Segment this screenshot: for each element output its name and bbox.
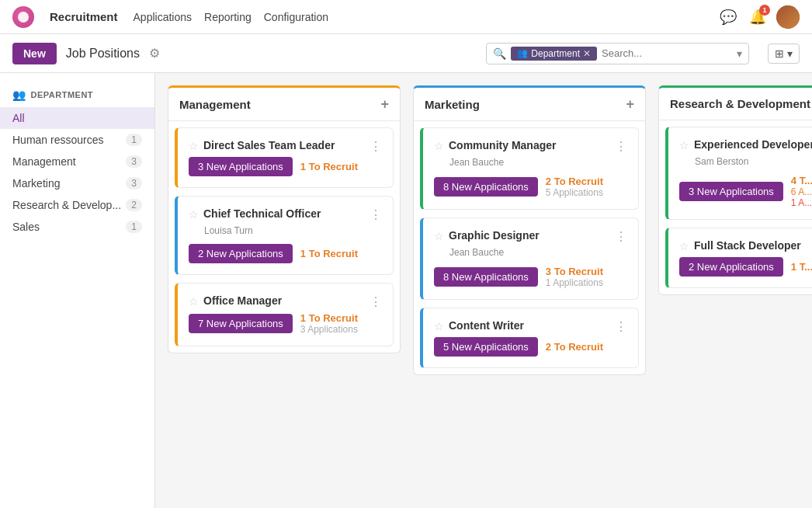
notif-badge: 1	[759, 5, 770, 16]
star-icon-office-manager[interactable]: ☆	[189, 295, 199, 308]
department-icon: 👥	[12, 89, 26, 101]
kanban-col-rd: Research & Development ☆ Experienced Dev…	[658, 85, 812, 295]
new-button[interactable]: New	[12, 43, 57, 64]
topnav: Recruitment Applications Reporting Confi…	[0, 0, 812, 34]
job-title-community-manager: Community Manager	[449, 139, 610, 151]
job-title-office-manager: Office Manager	[203, 294, 365, 307]
job-subtitle-experienced-developer: Sam Berston	[679, 156, 812, 167]
job-menu-direct-sales[interactable]: ⋮	[370, 139, 382, 154]
sidebar-item-marketing[interactable]: Marketing 3	[0, 172, 154, 194]
new-apps-btn-experienced-developer[interactable]: 3 New Applications	[679, 182, 783, 201]
star-icon-cto[interactable]: ☆	[189, 208, 199, 221]
col-add-marketing[interactable]: +	[626, 97, 634, 111]
search-dropdown-icon[interactable]: ▾	[737, 47, 742, 60]
card-graphic-designer: ☆ Graphic Designer ⋮ Jean Bauche 8 New A…	[420, 217, 639, 300]
main-layout: 👥 DEPARTMENT All Human ressources 1 Mana…	[0, 73, 812, 508]
star-icon-direct-sales[interactable]: ☆	[189, 140, 199, 152]
col-title-rd: Research & Development	[670, 97, 812, 110]
job-menu-community-manager[interactable]: ⋮	[615, 139, 627, 154]
view-toggle[interactable]: ⊞ ▾	[768, 43, 800, 64]
card-footer-office-manager: 7 New Applications 1 To Recruit 3 Applic…	[189, 312, 382, 335]
nav-applications[interactable]: Applications	[134, 8, 193, 26]
settings-icon[interactable]: ⚙	[149, 46, 160, 61]
nav-configuration[interactable]: Configuration	[264, 8, 328, 26]
job-menu-graphic-designer[interactable]: ⋮	[615, 229, 627, 244]
card-content-writer: ☆ Content Writer ⋮ 5 New Applications 2 …	[420, 308, 639, 368]
col-header-marketing: Marketing +	[414, 88, 645, 121]
notifications-icon[interactable]: 🔔 1	[747, 6, 769, 28]
col-header-rd: Research & Development	[659, 88, 812, 120]
app-logo[interactable]	[12, 6, 34, 28]
dept-filter-close[interactable]: ✕	[583, 48, 591, 59]
star-icon-content-writer[interactable]: ☆	[434, 320, 444, 332]
chat-icon[interactable]: 💬	[717, 6, 739, 28]
job-title-experienced-developer: Experienced Developer	[694, 138, 812, 151]
sidebar: 👥 DEPARTMENT All Human ressources 1 Mana…	[0, 73, 155, 508]
new-apps-btn-graphic-designer[interactable]: 8 New Applications	[434, 267, 538, 287]
star-icon-community-manager[interactable]: ☆	[434, 140, 444, 152]
new-apps-btn-office-manager[interactable]: 7 New Applications	[189, 314, 293, 333]
card-office-manager: ☆ Office Manager ⋮ 7 New Applications 1 …	[175, 283, 394, 346]
recruit-info-community-manager: 2 To Recruit 5 Applications	[546, 176, 603, 198]
search-input[interactable]	[602, 47, 732, 59]
star-icon-graphic-designer[interactable]: ☆	[434, 230, 444, 242]
job-subtitle-cto: Louisa Turn	[189, 225, 382, 236]
card-cto: ☆ Chief Technical Officer ⋮ Louisa Turn …	[175, 196, 394, 275]
sidebar-section-title: 👥 DEPARTMENT	[0, 82, 154, 107]
kanban-col-marketing: Marketing + ☆ Community Manager ⋮ Jean B…	[413, 85, 646, 375]
new-apps-btn-full-stack-developer[interactable]: 2 New Applications	[679, 257, 783, 277]
col-title-marketing: Marketing	[425, 98, 626, 111]
new-apps-btn-direct-sales[interactable]: 3 New Applications	[189, 157, 293, 176]
sidebar-item-human-resources[interactable]: Human ressources 1	[0, 129, 154, 151]
col-title-management: Management	[179, 98, 380, 111]
job-subtitle-graphic-designer: Jean Bauche	[434, 247, 627, 258]
card-footer-direct-sales: 3 New Applications 1 To Recruit	[189, 157, 382, 176]
recruit-info-full-stack-developer: 1 T...	[791, 261, 812, 273]
kanban-board: Management + ☆ Direct Sales Team Leader …	[155, 73, 812, 508]
card-footer-community-manager: 8 New Applications 2 To Recruit 5 Applic…	[434, 176, 627, 198]
sidebar-item-management[interactable]: Management 3	[0, 151, 154, 172]
card-footer-cto: 2 New Applications 1 To Recruit	[189, 244, 382, 263]
recruit-info-experienced-developer: 4 T... 6 A... 1 A...	[791, 175, 812, 208]
card-footer-graphic-designer: 8 New Applications 3 To Recruit 1 Applic…	[434, 266, 627, 288]
job-menu-office-manager[interactable]: ⋮	[370, 294, 382, 309]
user-avatar[interactable]	[776, 5, 800, 29]
card-header-full-stack-developer: ☆ Full Stack Developer ⋮	[679, 239, 812, 254]
star-icon-full-stack-developer[interactable]: ☆	[679, 240, 689, 252]
col-add-management[interactable]: +	[380, 97, 389, 111]
card-header-content-writer: ☆ Content Writer ⋮	[434, 319, 627, 334]
subheader: New Job Positions ⚙ 🔍 👥 Department ✕ ▾ ⊞…	[0, 34, 812, 73]
sidebar-item-sales[interactable]: Sales 1	[0, 216, 154, 238]
dept-filter-icon: 👥	[517, 48, 528, 58]
topnav-right: 💬 🔔 1	[717, 5, 800, 29]
search-icon: 🔍	[493, 47, 506, 60]
star-icon-experienced-developer[interactable]: ☆	[679, 139, 689, 151]
card-experienced-developer: ☆ Experienced Developer ⋮ Sam Berston 3 …	[665, 127, 812, 220]
card-footer-full-stack-developer: 2 New Applications 1 T...	[679, 257, 812, 277]
job-menu-content-writer[interactable]: ⋮	[615, 319, 627, 334]
app-brand: Recruitment	[50, 10, 118, 23]
search-bar: 🔍 👥 Department ✕ ▾	[486, 43, 749, 64]
sidebar-item-rd[interactable]: Research & Develop... 2	[0, 194, 154, 216]
recruit-info-office-manager: 1 To Recruit 3 Applications	[300, 312, 358, 335]
nav-reporting[interactable]: Reporting	[204, 8, 252, 26]
card-header-office-manager: ☆ Office Manager ⋮	[189, 294, 382, 309]
job-menu-cto[interactable]: ⋮	[370, 207, 382, 222]
management-cards: ☆ Direct Sales Team Leader ⋮ 3 New Appli…	[168, 121, 400, 353]
recruit-info-cto: 1 To Recruit	[300, 248, 358, 259]
kanban-view-icon: ⊞	[775, 47, 784, 60]
recruit-info-direct-sales: 1 To Recruit	[300, 161, 358, 172]
card-header-community-manager: ☆ Community Manager ⋮	[434, 139, 627, 154]
col-header-management: Management +	[168, 88, 400, 121]
sidebar-item-all[interactable]: All	[0, 107, 154, 129]
dept-filter-tag[interactable]: 👥 Department ✕	[511, 47, 597, 61]
card-header-direct-sales: ☆ Direct Sales Team Leader ⋮	[189, 139, 382, 154]
job-title-graphic-designer: Graphic Designer	[449, 229, 610, 242]
marketing-cards: ☆ Community Manager ⋮ Jean Bauche 8 New …	[414, 121, 645, 374]
card-footer-experienced-developer: 3 New Applications 4 T... 6 A... 1 A...	[679, 175, 812, 208]
rd-cards: ☆ Experienced Developer ⋮ Sam Berston 3 …	[659, 120, 812, 294]
card-full-stack-developer: ☆ Full Stack Developer ⋮ 2 New Applicati…	[665, 228, 812, 288]
new-apps-btn-content-writer[interactable]: 5 New Applications	[434, 337, 538, 357]
new-apps-btn-cto[interactable]: 2 New Applications	[189, 244, 293, 263]
new-apps-btn-community-manager[interactable]: 8 New Applications	[434, 177, 538, 197]
